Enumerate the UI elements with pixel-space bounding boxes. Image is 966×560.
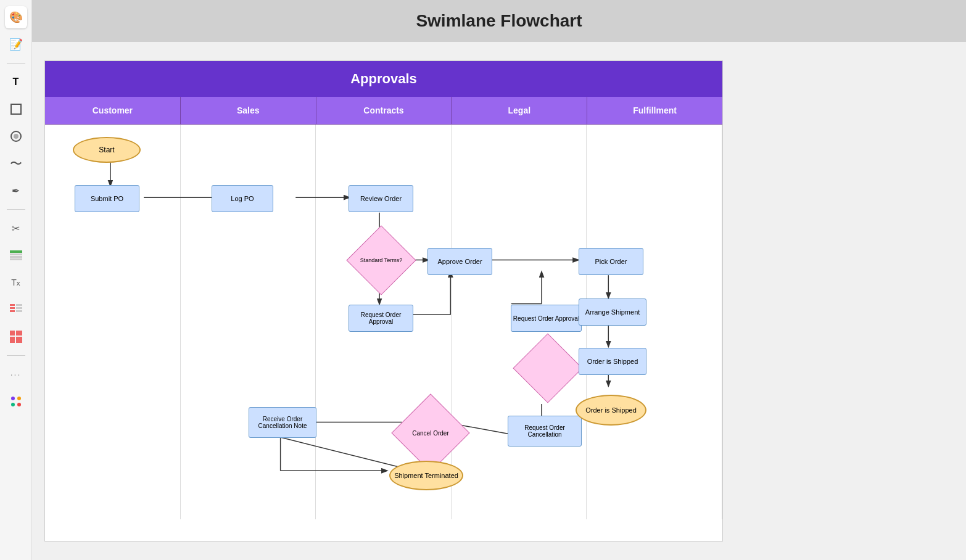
node-pick-order[interactable]: Pick Order <box>579 248 643 275</box>
svg-rect-14 <box>16 331 22 336</box>
lane-sales <box>181 125 316 519</box>
node-legal-diamond[interactable] <box>523 344 572 393</box>
standard-terms-label: Standard Terms? <box>357 236 406 285</box>
node-standard-terms[interactable]: Standard Terms? <box>357 236 406 285</box>
grid-icon[interactable] <box>5 326 27 348</box>
lane-header-sales: Sales <box>181 97 316 124</box>
svg-rect-8 <box>10 307 15 309</box>
palette-icon[interactable]: 🎨 <box>5 6 27 28</box>
frame-icon[interactable] <box>5 98 27 120</box>
node-req-approval-contracts[interactable]: Request Order Approval <box>349 305 413 332</box>
scissors-icon[interactable]: ✂ <box>5 217 27 239</box>
node-shipment-terminated[interactable]: Shipment Terminated <box>389 461 463 490</box>
lane-header-fulfillment: Fulfillment <box>587 97 722 124</box>
start-label: Start <box>73 137 141 163</box>
node-req-approval-legal[interactable]: Request Order Approval <box>511 305 582 332</box>
flowchart: Approvals Customer Sales Contracts Legal… <box>44 60 723 541</box>
svg-point-19 <box>11 403 15 406</box>
node-order-shipped-oval[interactable]: Order is Shipped <box>576 395 646 426</box>
arrange-shipment-label: Arrange Shipment <box>579 299 646 326</box>
svg-rect-10 <box>16 304 22 306</box>
main-content: Swimlane Flowchart Approvals Customer Sa… <box>32 0 966 560</box>
svg-point-17 <box>11 397 15 400</box>
node-req-cancellation[interactable]: Request Order Cancellation <box>508 416 582 447</box>
svg-point-20 <box>17 403 21 406</box>
node-approve-order[interactable]: Approve Order <box>427 248 492 275</box>
svg-rect-0 <box>11 104 21 114</box>
svg-rect-7 <box>10 304 15 306</box>
sidebar-divider-1 <box>7 63 25 64</box>
submit-po-label: Submit PO <box>75 185 139 212</box>
node-arrange-shipment[interactable]: Arrange Shipment <box>579 299 646 326</box>
node-review-order[interactable]: Review Order <box>349 185 413 212</box>
left-sidebar: 🎨 📝 T 〜 ✒ ✂ Tx ··· <box>0 0 32 560</box>
svg-rect-12 <box>16 310 22 312</box>
svg-rect-15 <box>10 337 15 343</box>
page-title: Swimlane Flowchart <box>32 0 966 42</box>
text-icon[interactable]: T <box>5 71 27 93</box>
canvas-area[interactable]: Approvals Customer Sales Contracts Legal… <box>32 42 966 560</box>
flowchart-body: Start Submit PO Log PO Review Order S <box>45 125 722 519</box>
svg-rect-6 <box>10 258 22 260</box>
node-order-shipped-rect[interactable]: Order is Shipped <box>579 348 646 375</box>
sidebar-divider-3 <box>7 355 25 356</box>
flowchart-header: Approvals <box>45 61 722 97</box>
lane-header-legal: Legal <box>452 97 587 124</box>
table-icon[interactable] <box>5 244 27 266</box>
text2-icon[interactable]: Tx <box>5 271 27 294</box>
svg-rect-9 <box>10 310 15 312</box>
node-receive-cancellation[interactable]: Receive Order Cancellation Note <box>249 407 316 438</box>
node-cancel-order[interactable]: Cancel Order <box>403 405 458 461</box>
receive-cancellation-label: Receive Order Cancellation Note <box>249 407 316 438</box>
svg-point-2 <box>14 134 19 139</box>
lane-header-contracts: Contracts <box>316 97 452 124</box>
svg-rect-3 <box>10 250 22 253</box>
shipment-terminated-label: Shipment Terminated <box>389 461 463 490</box>
lane-header-customer: Customer <box>45 97 181 124</box>
svg-rect-11 <box>16 307 22 309</box>
node-log-po[interactable]: Log PO <box>212 185 273 212</box>
req-approval-legal-label: Request Order Approval <box>511 305 582 332</box>
apps-icon[interactable] <box>5 390 27 413</box>
more-icon[interactable]: ··· <box>5 363 27 385</box>
node-submit-po[interactable]: Submit PO <box>75 185 139 212</box>
sticky-note-icon[interactable]: 📝 <box>5 33 27 56</box>
req-cancellation-label: Request Order Cancellation <box>508 416 582 447</box>
approve-order-label: Approve Order <box>427 248 492 275</box>
lane-headers: Customer Sales Contracts Legal Fulfillme… <box>45 97 722 125</box>
sidebar-divider-2 <box>7 209 25 210</box>
pick-order-label: Pick Order <box>579 248 643 275</box>
order-shipped-oval-label: Order is Shipped <box>576 395 646 426</box>
req-approval-contracts-label: Request Order Approval <box>349 305 413 332</box>
pen-icon[interactable]: ✒ <box>5 179 27 202</box>
list-icon[interactable] <box>5 299 27 321</box>
review-order-label: Review Order <box>349 185 413 212</box>
svg-rect-4 <box>10 253 22 255</box>
cancel-order-label: Cancel Order <box>403 405 458 461</box>
svg-point-18 <box>17 397 21 400</box>
order-shipped-rect-label: Order is Shipped <box>579 348 646 375</box>
log-po-label: Log PO <box>212 185 273 212</box>
svg-rect-16 <box>16 337 22 343</box>
curve-icon[interactable]: 〜 <box>5 152 27 175</box>
svg-rect-5 <box>10 256 22 258</box>
svg-rect-13 <box>10 331 15 336</box>
shapes-icon[interactable] <box>5 125 27 147</box>
lane-customer <box>45 125 181 519</box>
node-start[interactable]: Start <box>73 137 141 163</box>
